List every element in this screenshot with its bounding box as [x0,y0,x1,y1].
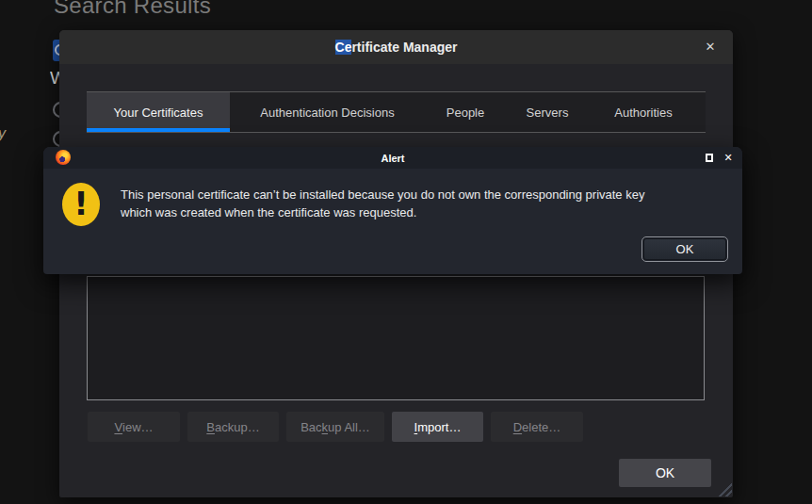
label-mnemonic: V [114,420,122,434]
tab-authorities[interactable]: Authorities [606,92,681,132]
import-button[interactable]: Import… [392,412,483,442]
occluded-page-text: W [50,68,59,89]
backup-button[interactable]: Backup… [187,412,279,442]
label-post: ackup… [215,420,260,434]
title-text: rtificate Manager [351,40,457,55]
label-post: mport… [417,420,461,434]
view-button[interactable]: View… [88,412,180,442]
certificate-action-buttons: View… Backup… Backup All… Import… Delete… [88,412,583,442]
label-post: iew… [122,420,154,434]
backup-all-button[interactable]: Backup All… [286,412,384,442]
resize-grip[interactable] [718,482,732,496]
label-pre: Bac [300,420,321,434]
tab-authentication-decisions[interactable]: Authentication Decisions [246,92,409,132]
occluded-blue-icon [53,40,59,61]
certificate-manager-titlebar[interactable]: Certificate Manager ✕ [59,30,733,64]
dialog-title: Certificate Manager [335,40,458,55]
occluded-circle-icon [53,102,59,121]
alert-title: Alert [381,153,404,164]
alert-ok-button[interactable]: OK [643,238,726,260]
alert-titlebar[interactable]: Alert ✕ [43,147,742,169]
alert-message-line1: This personal certificate can’t be insta… [121,186,723,203]
title-text-selection: Ce [335,40,352,55]
tab-your-certificates[interactable]: Your Certificates [87,92,230,132]
warning-icon: ! [62,183,100,226]
close-icon[interactable]: ✕ [701,38,720,57]
exclamation-glyph: ! [73,187,89,219]
circle-outline-icon [53,102,59,118]
sidebar-text-fragment: y [0,125,6,142]
screen: Search Results y W Certificate Manager ✕… [0,0,812,504]
close-icon[interactable]: ✕ [722,151,735,164]
label-post: elete… [522,420,560,434]
blue-icon-shape [53,40,59,61]
alert-message: This personal certificate can’t be insta… [121,186,723,221]
label-mnemonic: B [206,420,215,434]
alert-message-line2: which was created when the certificate w… [121,203,723,221]
tab-servers[interactable]: Servers [517,92,577,132]
maximize-icon[interactable] [706,154,713,162]
firefox-icon [56,150,71,165]
page-title: Search Results [54,0,211,19]
label-mnemonic: D [513,420,522,434]
ok-button-focus-ring: OK [641,236,728,262]
label-post: up All… [328,420,370,434]
delete-button[interactable]: Delete… [491,412,583,442]
ok-button[interactable]: OK [619,459,711,487]
circle-outline-icon [53,131,59,147]
alert-dialog: Alert ✕ ! This personal certificate can’… [43,147,742,274]
tab-people[interactable]: People [435,92,495,132]
certificate-list[interactable] [87,276,705,400]
certificate-tabs: Your Certificates Authentication Decisio… [87,91,706,133]
